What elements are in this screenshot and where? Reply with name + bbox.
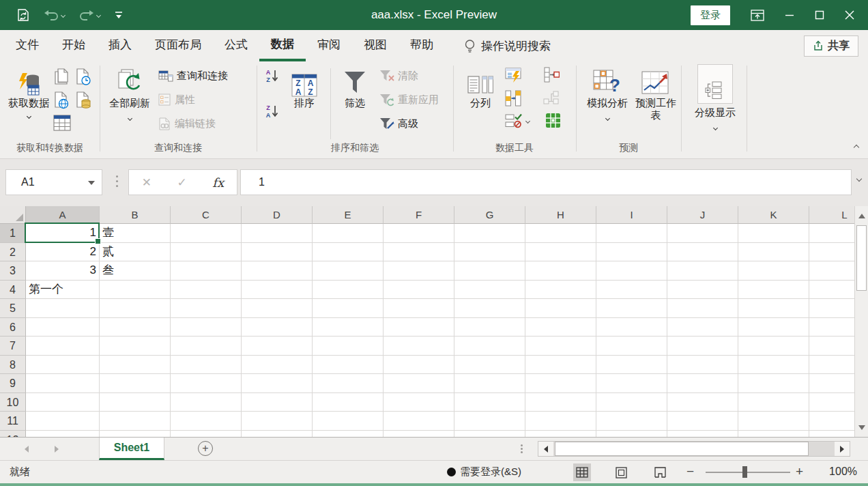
tab-insert[interactable]: 插入 xyxy=(97,30,143,61)
cell-H11[interactable] xyxy=(525,412,596,431)
close-button[interactable] xyxy=(845,10,854,20)
cell-H12[interactable] xyxy=(525,431,596,438)
row-header-12[interactable]: 12 xyxy=(0,431,26,438)
cell-E7[interactable] xyxy=(313,337,384,356)
cell-I7[interactable] xyxy=(596,337,667,356)
cell-A5[interactable] xyxy=(26,299,100,318)
existing-connections-button[interactable] xyxy=(75,91,91,109)
cell-D5[interactable] xyxy=(242,299,313,318)
row-header-11[interactable]: 11 xyxy=(0,412,26,431)
cell-E12[interactable] xyxy=(313,431,384,438)
refresh-all-button[interactable]: 全部刷新 xyxy=(106,64,153,124)
cell-J6[interactable] xyxy=(667,318,738,337)
cell-I9[interactable] xyxy=(596,374,667,393)
cell-J1[interactable] xyxy=(667,224,738,243)
cell-D11[interactable] xyxy=(242,412,313,431)
outline-button[interactable]: 分级显示 xyxy=(689,64,741,133)
cell-J5[interactable] xyxy=(667,299,738,318)
tab-help[interactable]: 帮助 xyxy=(399,30,445,61)
cell-J10[interactable] xyxy=(667,393,738,412)
cell-L2[interactable] xyxy=(809,243,854,262)
cell-L4[interactable] xyxy=(809,281,854,300)
cancel-entry-icon[interactable]: ✕ xyxy=(142,175,151,190)
formula-input[interactable]: 1 xyxy=(240,169,852,195)
cell-B3[interactable]: 叁 xyxy=(100,261,171,281)
cell-B2[interactable]: 贰 xyxy=(100,243,171,262)
column-header-C[interactable]: C xyxy=(171,206,242,224)
new-sheet-button[interactable]: + xyxy=(198,441,213,456)
cell-J12[interactable] xyxy=(667,431,738,438)
column-header-L[interactable]: L xyxy=(809,206,854,224)
sort-button[interactable]: ZAAZ 排序 xyxy=(285,64,323,109)
tab-file[interactable]: 文件 xyxy=(4,30,50,61)
vertical-scrollbar[interactable] xyxy=(854,206,868,437)
cell-J4[interactable] xyxy=(667,281,738,300)
cell-C4[interactable] xyxy=(171,281,242,300)
row-header-10[interactable]: 10 xyxy=(0,393,26,412)
tab-formulas[interactable]: 公式 xyxy=(213,30,259,61)
cell-K4[interactable] xyxy=(738,281,809,300)
cell-B5[interactable] xyxy=(100,299,171,318)
tab-data[interactable]: 数据 xyxy=(259,30,306,61)
maximize-button[interactable] xyxy=(815,10,824,20)
expand-formula-bar-chevron-icon[interactable] xyxy=(856,176,863,182)
cell-G4[interactable] xyxy=(454,281,525,300)
cell-I10[interactable] xyxy=(596,393,667,412)
cell-H2[interactable] xyxy=(525,243,596,262)
cell-J11[interactable] xyxy=(667,412,738,431)
sign-in-needed-status[interactable]: 需要登录(&S) xyxy=(447,466,521,478)
from-web-button[interactable] xyxy=(53,91,70,109)
row-header-6[interactable]: 6 xyxy=(0,318,26,337)
page-break-preview-button[interactable] xyxy=(651,463,669,481)
previous-sheet-button[interactable] xyxy=(25,446,29,453)
forecast-sheet-button[interactable]: 预测工作表 xyxy=(633,64,678,121)
collapse-ribbon-chevron-icon[interactable] xyxy=(854,143,860,149)
name-box-dropdown-icon[interactable] xyxy=(88,181,95,185)
cell-L3[interactable] xyxy=(809,261,854,281)
cell-L12[interactable] xyxy=(809,431,854,438)
from-text-csv-button[interactable] xyxy=(53,68,70,86)
remove-duplicates-button[interactable] xyxy=(505,90,521,106)
cell-D1[interactable] xyxy=(242,224,313,243)
cell-H3[interactable] xyxy=(525,261,596,281)
cell-A6[interactable] xyxy=(26,318,100,337)
cell-J8[interactable] xyxy=(667,356,738,375)
cell-F3[interactable] xyxy=(384,261,454,281)
cell-D3[interactable] xyxy=(242,261,313,281)
cell-G5[interactable] xyxy=(454,299,525,318)
column-header-J[interactable]: J xyxy=(667,206,738,224)
cell-F9[interactable] xyxy=(384,374,454,393)
cell-G6[interactable] xyxy=(454,318,525,337)
row-header-1[interactable]: 1 xyxy=(0,224,26,243)
cell-A8[interactable] xyxy=(26,356,100,375)
cell-C6[interactable] xyxy=(171,318,242,337)
flash-fill-button[interactable] xyxy=(505,67,523,83)
cell-H1[interactable] xyxy=(525,224,596,243)
cell-D2[interactable] xyxy=(242,243,313,262)
cell-A3[interactable]: 3 xyxy=(26,261,100,281)
cell-L10[interactable] xyxy=(809,393,854,412)
cell-K11[interactable] xyxy=(738,412,809,431)
cell-I6[interactable] xyxy=(596,318,667,337)
cell-B9[interactable] xyxy=(100,374,171,393)
cell-H6[interactable] xyxy=(525,318,596,337)
cell-D9[interactable] xyxy=(242,374,313,393)
cell-K12[interactable] xyxy=(738,431,809,438)
cell-G3[interactable] xyxy=(454,261,525,281)
sheet-bar-resize-dots-icon[interactable] xyxy=(521,444,523,446)
cell-D12[interactable] xyxy=(242,431,313,438)
recent-sources-button[interactable] xyxy=(75,68,91,86)
cell-F12[interactable] xyxy=(384,431,454,438)
cell-J2[interactable] xyxy=(667,243,738,262)
cell-B7[interactable] xyxy=(100,337,171,356)
column-header-F[interactable]: F xyxy=(384,206,454,224)
cell-A4[interactable]: 第一个 xyxy=(26,281,100,300)
cell-B12[interactable] xyxy=(100,431,171,438)
cell-I5[interactable] xyxy=(596,299,667,318)
cell-D4[interactable] xyxy=(242,281,313,300)
cell-A12[interactable] xyxy=(26,431,100,438)
fill-handle[interactable] xyxy=(95,238,101,244)
cell-G7[interactable] xyxy=(454,337,525,356)
cell-K3[interactable] xyxy=(738,261,809,281)
chevron-down-icon[interactable] xyxy=(525,119,530,124)
